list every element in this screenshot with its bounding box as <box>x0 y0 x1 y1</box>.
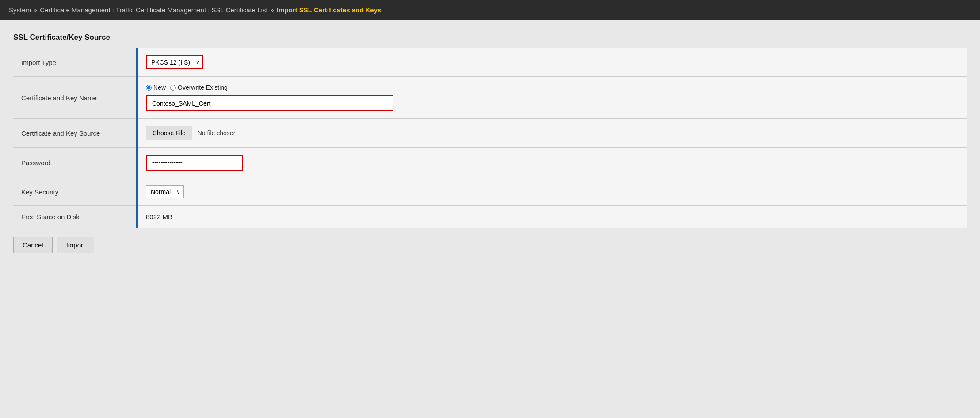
main-content: SSL Certificate/Key Source Import Type P… <box>0 20 980 262</box>
key-security-label: Key Security <box>13 178 137 206</box>
free-space-label: Free Space on Disk <box>13 206 137 228</box>
radio-new-label[interactable]: New <box>146 84 166 91</box>
section-title: SSL Certificate/Key Source <box>13 33 967 42</box>
cert-key-name-input[interactable] <box>146 95 393 111</box>
radio-overwrite-label[interactable]: Overwrite Existing <box>170 84 228 91</box>
breadcrumb-sep2: » <box>271 6 274 14</box>
password-label: Password <box>13 148 137 178</box>
breadcrumb-system: System <box>9 6 31 14</box>
breadcrumb-sep1: » <box>34 6 37 14</box>
cancel-button[interactable]: Cancel <box>13 237 53 253</box>
choose-file-button[interactable]: Choose File <box>146 126 192 140</box>
key-security-select[interactable]: Normal High FIPS <box>146 185 184 198</box>
key-security-select-wrapper[interactable]: Normal High FIPS <box>146 185 184 198</box>
radio-new-text: New <box>153 84 166 91</box>
breadcrumb-bar: System » Certificate Management : Traffi… <box>0 0 980 20</box>
key-security-value-cell: Normal High FIPS <box>137 178 967 206</box>
radio-new[interactable] <box>146 85 152 91</box>
cert-key-name-label: Certificate and Key Name <box>13 77 137 119</box>
cert-key-name-value-cell: New Overwrite Existing <box>137 77 967 119</box>
cert-key-source-value-cell: Choose File No file chosen <box>137 119 967 148</box>
cert-key-source-row: Certificate and Key Source Choose File N… <box>13 119 967 148</box>
radio-overwrite-text: Overwrite Existing <box>178 84 228 91</box>
import-type-label: Import Type <box>13 48 137 77</box>
cert-key-name-row: Certificate and Key Name New Overwrite E… <box>13 77 967 119</box>
free-space-row: Free Space on Disk 8022 MB <box>13 206 967 228</box>
file-input-row: Choose File No file chosen <box>146 126 959 140</box>
free-space-value-cell: 8022 MB <box>137 206 967 228</box>
import-type-select-wrapper[interactable]: PKCS 12 (IIS) PEM PKCS7 DER <box>146 55 203 69</box>
footer-buttons: Cancel Import <box>13 237 967 253</box>
import-type-value-cell: PKCS 12 (IIS) PEM PKCS7 DER <box>137 48 967 77</box>
radio-group: New Overwrite Existing <box>146 84 959 91</box>
breadcrumb-cert-mgmt: Certificate Management : Traffic Certifi… <box>40 6 267 14</box>
form-table: Import Type PKCS 12 (IIS) PEM PKCS7 DER … <box>13 48 967 228</box>
cert-key-source-label: Certificate and Key Source <box>13 119 137 148</box>
password-value-cell <box>137 148 967 178</box>
import-button[interactable]: Import <box>57 237 95 253</box>
radio-overwrite[interactable] <box>170 85 176 91</box>
key-security-row: Key Security Normal High FIPS <box>13 178 967 206</box>
free-space-value: 8022 MB <box>146 213 172 220</box>
password-input[interactable] <box>146 155 243 171</box>
password-row: Password <box>13 148 967 178</box>
no-file-text: No file chosen <box>198 129 237 137</box>
breadcrumb-active: Import SSL Certificates and Keys <box>277 6 381 14</box>
import-type-row: Import Type PKCS 12 (IIS) PEM PKCS7 DER <box>13 48 967 77</box>
import-type-select[interactable]: PKCS 12 (IIS) PEM PKCS7 DER <box>146 55 203 69</box>
